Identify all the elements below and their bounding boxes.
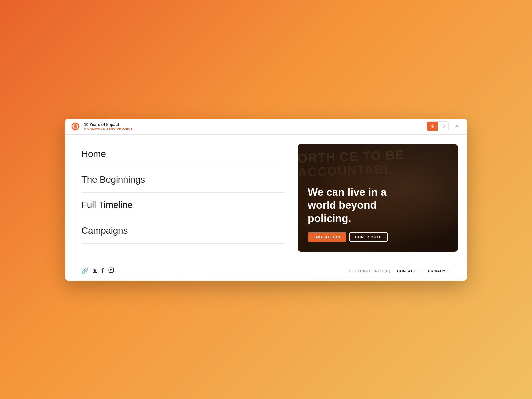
main-content: Home The Beginnings Full Timeline Campai… — [65, 135, 467, 261]
title-text: 10 Years of Impact A Campaign Zero Proje… — [84, 122, 133, 130]
contact-link[interactable]: CONTACT — [397, 269, 421, 273]
title-sub: A Campaign Zero Project — [84, 127, 133, 130]
nav-item-home[interactable]: Home — [81, 141, 284, 167]
svg-rect-3 — [109, 268, 113, 272]
hero-bg-decoration: ORTH CE TO BE ACCOUNTABL — [298, 146, 455, 179]
close-button[interactable]: × — [453, 122, 462, 131]
nav-label-campaigns: Campaigns — [81, 225, 128, 236]
logo-icon — [70, 121, 81, 132]
instagram-icon[interactable] — [108, 267, 114, 275]
titlebar-left: 10 Years of Impact A Campaign Zero Proje… — [70, 121, 133, 132]
sun-icon: ☀ — [430, 124, 435, 129]
footer-copyright: COPYRIGHT INFO (C) — [349, 269, 390, 273]
svg-point-4 — [110, 269, 112, 271]
titlebar-right: ☀ ☽ × — [427, 121, 462, 131]
privacy-link[interactable]: PRIVACY — [428, 269, 451, 273]
footer: 🔗 𝕏 f COPYRIGHT INFO (C) CONTACT PRIVACY — [65, 261, 467, 281]
hero-panel: ORTH CE TO BE ACCOUNTABL We can live in … — [298, 135, 467, 261]
titlebar: 10 Years of Impact A Campaign Zero Proje… — [65, 119, 467, 135]
title-main: 10 Years of Impact — [84, 122, 133, 127]
nav-label-home: Home — [81, 149, 106, 159]
svg-point-2 — [74, 125, 76, 127]
nav-item-timeline[interactable]: Full Timeline — [81, 193, 284, 218]
svg-point-5 — [112, 269, 112, 269]
nav-panel: Home The Beginnings Full Timeline Campai… — [65, 135, 298, 261]
dark-theme-button[interactable]: ☽ — [438, 122, 448, 131]
nav-label-beginnings: The Beginnings — [81, 174, 145, 185]
social-icons: 🔗 𝕏 f — [81, 267, 114, 275]
facebook-icon[interactable]: f — [102, 267, 104, 274]
link-icon[interactable]: 🔗 — [81, 267, 88, 274]
hero-buttons: TAKE ACTION CONTRIBUTE — [308, 232, 448, 242]
take-action-button[interactable]: TAKE ACTION — [308, 232, 346, 242]
footer-links: COPYRIGHT INFO (C) CONTACT PRIVACY — [349, 269, 451, 273]
hero-image: ORTH CE TO BE ACCOUNTABL We can live in … — [298, 144, 458, 252]
moon-icon: ☽ — [441, 124, 445, 129]
nav-item-beginnings[interactable]: The Beginnings — [81, 167, 284, 193]
hero-headline: We can live in a world beyond policing. — [308, 185, 407, 225]
app-window: 10 Years of Impact A Campaign Zero Proje… — [65, 119, 467, 281]
hero-content: We can live in a world beyond policing. … — [308, 185, 448, 242]
light-theme-button[interactable]: ☀ — [427, 122, 438, 131]
contribute-button[interactable]: CONTRIBUTE — [349, 232, 388, 242]
nav-label-timeline: Full Timeline — [81, 200, 133, 210]
nav-item-campaigns[interactable]: Campaigns — [81, 218, 284, 244]
theme-toggle: ☀ ☽ — [427, 121, 449, 131]
x-twitter-icon[interactable]: 𝕏 — [93, 268, 97, 274]
